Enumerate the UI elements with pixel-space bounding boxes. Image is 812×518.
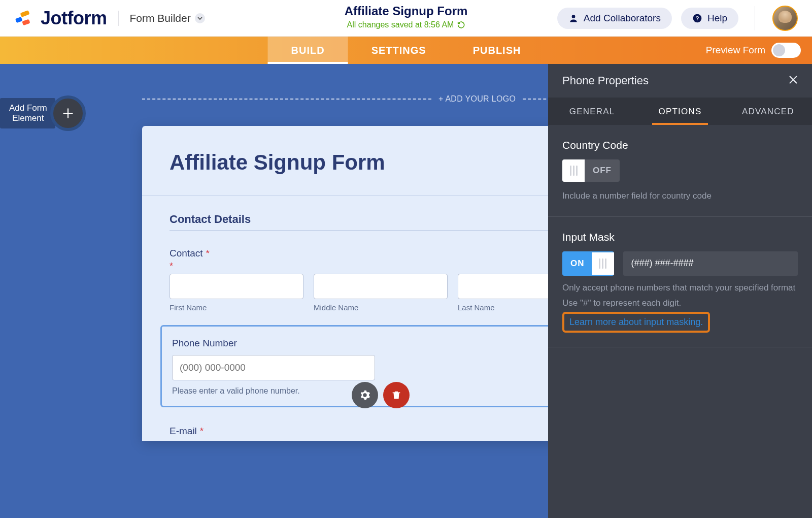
section-contact-details[interactable]: Contact Details: [170, 213, 592, 231]
save-status: All changes saved at 8:56 AM: [345, 20, 468, 29]
user-avatar[interactable]: [772, 6, 798, 31]
chevron-down-icon: [195, 13, 205, 23]
mode-bar: BUILD SETTINGS PUBLISH Preview Form: [0, 37, 812, 64]
tab-publish[interactable]: PUBLISH: [450, 37, 545, 64]
app-header: Jotform Form Builder Affiliate Signup Fo…: [0, 0, 812, 37]
svg-rect-0: [15, 17, 23, 23]
form-heading[interactable]: Affiliate Signup Form: [170, 150, 592, 175]
form-stage: Add Form Element + ADD YOUR LOGO Affilia…: [0, 64, 812, 518]
refresh-icon: [457, 21, 465, 29]
field-settings-button[interactable]: [352, 382, 378, 408]
form-title-block: Affiliate Signup Form All changes saved …: [345, 4, 468, 29]
input-mask-title: Input Mask: [562, 231, 798, 243]
add-collaborators-button[interactable]: Add Collaborators: [557, 8, 672, 29]
input-mask-learn-more-highlight: Learn more about input masking.: [562, 312, 710, 333]
svg-text:?: ?: [695, 15, 699, 21]
input-mask-desc1: Only accept phone numbers that match you…: [562, 282, 798, 294]
properties-panel: Phone Properties GENERAL OPTIONS ADVANCE…: [548, 64, 812, 518]
panel-title: Phone Properties: [562, 74, 649, 87]
country-code-toggle[interactable]: OFF: [562, 159, 620, 182]
first-name-input[interactable]: [170, 274, 303, 299]
field-delete-button[interactable]: [383, 382, 410, 408]
panel-close-button[interactable]: [788, 74, 799, 87]
plus-icon: [61, 107, 75, 120]
input-mask-toggle[interactable]: ON: [562, 251, 614, 276]
tab-build[interactable]: BUILD: [268, 37, 348, 64]
email-field-label[interactable]: E-mail*: [170, 426, 592, 437]
form-card: Affiliate Signup Form Contact Details Co…: [142, 126, 619, 441]
country-code-desc: Include a number field for country code: [562, 190, 798, 202]
input-mask-desc2: Use "#" to represent each digit.: [562, 297, 798, 309]
svg-rect-1: [20, 10, 30, 17]
middle-name-input[interactable]: [314, 274, 448, 299]
user-icon: [568, 13, 579, 23]
country-code-title: Country Code: [562, 139, 798, 151]
help-icon: ?: [692, 13, 702, 23]
jotform-logo-icon: [14, 9, 33, 28]
help-button[interactable]: ? Help: [681, 8, 738, 29]
trash-icon: [391, 390, 402, 401]
contact-name-field[interactable]: Contact* * First Name Middle Name Last N…: [142, 235, 619, 314]
form-builder-menu[interactable]: Form Builder: [130, 12, 205, 24]
brand-logo[interactable]: Jotform: [14, 8, 107, 29]
svg-point-3: [571, 15, 575, 18]
close-icon: [788, 74, 799, 85]
add-element-button[interactable]: [50, 95, 86, 131]
preview-toggle[interactable]: [771, 43, 801, 58]
panel-tab-general[interactable]: GENERAL: [548, 98, 636, 125]
panel-tab-options[interactable]: OPTIONS: [636, 98, 724, 125]
preview-label: Preview Form: [706, 45, 765, 56]
input-mask-learn-more-link[interactable]: Learn more about input masking.: [569, 317, 703, 327]
phone-input[interactable]: [172, 355, 375, 380]
brand-name: Jotform: [41, 8, 107, 29]
input-mask-field[interactable]: [623, 251, 798, 276]
tab-settings[interactable]: SETTINGS: [348, 37, 450, 64]
svg-rect-2: [22, 19, 30, 25]
panel-tab-advanced[interactable]: ADVANCED: [724, 98, 812, 125]
gear-icon: [359, 390, 370, 401]
add-element-label: Add Form Element: [0, 98, 55, 128]
form-title[interactable]: Affiliate Signup Form: [345, 4, 468, 18]
